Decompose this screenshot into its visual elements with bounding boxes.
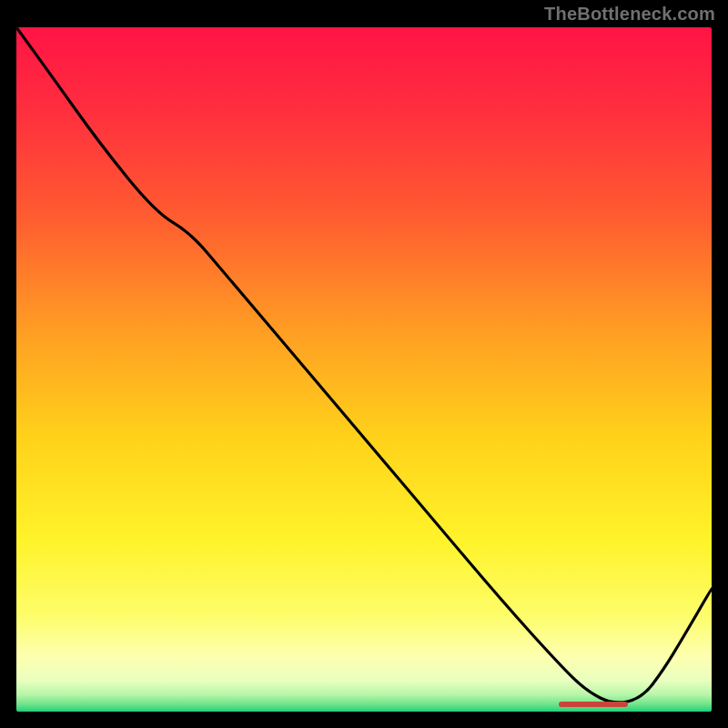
- plot-area: [16, 27, 712, 712]
- chart-stage: TheBottleneck.com: [0, 0, 728, 728]
- optimal-range-marker: [559, 702, 628, 707]
- gradient-rect: [16, 27, 712, 712]
- chart-svg: [16, 27, 712, 712]
- watermark-text: TheBottleneck.com: [544, 4, 715, 25]
